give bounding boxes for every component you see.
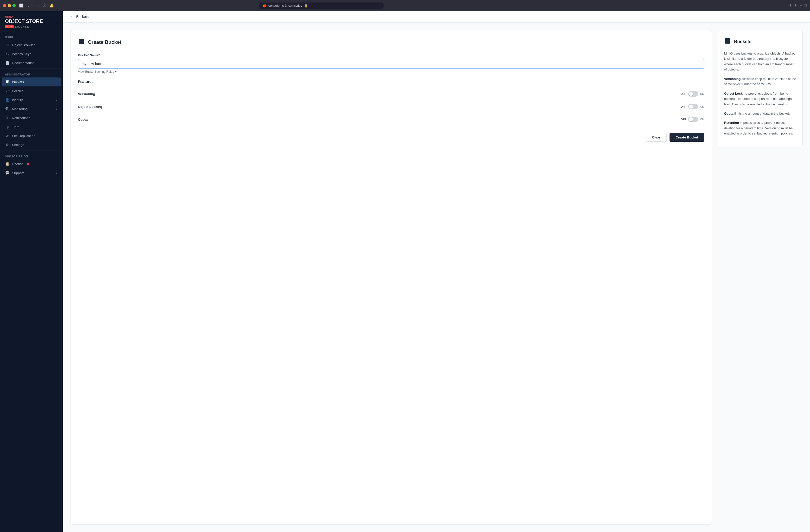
close-button[interactable] <box>3 4 6 7</box>
download-icon[interactable]: ⬇ <box>789 3 792 8</box>
sidebar-item-label: License <box>12 162 24 166</box>
sidebar-item-notifications[interactable]: λ Notifications <box>0 113 63 122</box>
sidebar-item-label: Identity <box>12 98 23 102</box>
quota-toggle-thumb <box>689 117 693 121</box>
sidebar-item-buckets[interactable]: Buckets <box>2 78 61 86</box>
svg-rect-1 <box>6 81 9 83</box>
license-text: LICENSE <box>15 26 29 28</box>
bucket-name-input[interactable] <box>78 59 704 68</box>
info-versioning: Versioning allows to keep multiple versi… <box>724 76 796 87</box>
notifications-icon: λ <box>5 116 10 120</box>
sidebar-item-site-replication[interactable]: ⟳ Site Replication <box>0 131 63 140</box>
sidebar-item-policies[interactable]: 🛡 Policies <box>0 86 63 95</box>
info-panel-title: Buckets <box>734 39 751 44</box>
sidebar-item-object-browser[interactable]: ⊞ Object Browser <box>0 41 63 49</box>
minimize-button[interactable] <box>8 4 11 7</box>
license-badge-dot <box>27 163 29 165</box>
quota-toggle[interactable] <box>688 116 698 122</box>
settings-icon: ⚙ <box>5 143 10 147</box>
svg-rect-8 <box>725 39 730 40</box>
browser-nav-controls: ⬜ ⌄ ‹ › ⓘ 🔔 <box>18 3 55 8</box>
subscription-section-label: Subscription <box>0 151 63 159</box>
quota-row: Quota OFF ON <box>78 113 704 126</box>
logo-min: MIN <box>5 15 10 18</box>
sidebar-item-label: Object Browser <box>12 43 35 47</box>
url-text: console.ns-3.ic.min.dev <box>269 4 302 7</box>
back-arrow-icon[interactable]: ← <box>70 14 74 19</box>
features-title: Features <box>78 79 704 84</box>
object-locking-row: Object Locking OFF ON <box>78 100 704 113</box>
versioning-info-title: Versioning <box>724 77 741 81</box>
logo-object: OBJECT <box>5 18 26 24</box>
sidebar-item-identity[interactable]: 👤 Identity ▶ <box>0 95 63 104</box>
view-naming-rules-button[interactable]: View Bucket Naming Rules ▾ <box>78 70 704 74</box>
sidebar-item-label: Documentation <box>12 61 35 65</box>
maximize-button[interactable] <box>13 4 16 7</box>
create-bucket-button[interactable]: Create Bucket <box>669 133 704 142</box>
versioning-off-label: OFF <box>681 92 686 95</box>
sidebar-item-settings[interactable]: ⚙ Settings <box>0 140 63 149</box>
info-panel-header: Buckets <box>724 37 796 46</box>
clear-button[interactable]: Clear <box>646 133 666 142</box>
user-section-label: User <box>0 32 63 41</box>
logo-io: IO <box>10 15 13 18</box>
object-locking-toggle[interactable] <box>688 104 698 109</box>
license-icon: 📋 <box>5 162 10 166</box>
content-area: Create Bucket Bucket Name* View Bucket N… <box>63 23 810 532</box>
info-panel-icon <box>724 37 731 46</box>
versioning-toggle-thumb <box>689 92 693 96</box>
breadcrumb-bar: ← Buckets <box>63 11 810 23</box>
sidebar-item-label: Tiers <box>12 125 19 129</box>
sidebar-item-label: Site Replication <box>12 134 35 138</box>
quota-on-label: ON <box>700 118 704 121</box>
sidebar-divider-1 <box>0 68 63 68</box>
quota-off-label: OFF <box>681 118 686 121</box>
app-window: MINIO OBJECT STORE AGPL LICENSE User ⊞ O… <box>0 11 810 532</box>
sidebar-item-label: Policies <box>12 89 24 93</box>
versioning-toggle[interactable] <box>688 91 698 97</box>
sidebar-item-support[interactable]: 💬 Support ▶ <box>0 168 63 177</box>
admin-section-label: Administrator <box>0 69 63 78</box>
object-locking-on-label: ON <box>700 105 704 108</box>
nav-chevron-icon[interactable]: ⌄ <box>26 3 31 8</box>
chevron-down-icon: ▾ <box>115 70 117 74</box>
identity-chevron-icon: ▶ <box>56 99 58 101</box>
back-icon[interactable]: ‹ <box>32 3 36 8</box>
sidebar-item-license[interactable]: 📋 License <box>0 159 63 168</box>
sidebar-item-label: Monitoring <box>12 107 28 111</box>
create-bucket-icon <box>78 38 85 46</box>
site-icon: 🍎 <box>262 4 266 7</box>
main-content: ← Buckets Create Bucket Buc <box>63 11 810 532</box>
info-panel: Buckets MinIO uses buckets to organize o… <box>718 30 803 147</box>
view-naming-rules-text: View Bucket Naming Rules <box>78 70 114 74</box>
sidebar-toggle-icon[interactable]: ⬜ <box>18 3 25 8</box>
sidebar-item-access-keys[interactable]: 🗝 Access Keys <box>0 49 63 58</box>
browser-right-controls: ⬇ ⬆ ＋ ⧉ <box>789 3 807 8</box>
versioning-toggle-group: OFF ON <box>681 91 704 97</box>
sidebar-item-label: Buckets <box>12 80 24 84</box>
object-locking-info-title: Object Locking <box>724 92 747 95</box>
sidebar-item-monitoring[interactable]: 🔍 Monitoring ▶ <box>0 104 63 113</box>
info-object-locking: Object Locking prevents objects from bei… <box>724 91 796 107</box>
sidebar-item-documentation[interactable]: 📄 Documentation <box>0 58 63 67</box>
site-replication-icon: ⟳ <box>5 133 10 138</box>
sidebar-item-tiers[interactable]: ◎ Tiers <box>0 122 63 131</box>
svg-rect-7 <box>725 39 730 44</box>
bucket-name-label: Bucket Name* <box>78 53 704 57</box>
versioning-label: Versioning <box>78 92 681 96</box>
svg-rect-2 <box>6 81 9 81</box>
new-tab-icon[interactable]: ＋ <box>799 3 803 8</box>
notification-icon[interactable]: 🔔 <box>49 3 55 8</box>
sidebar-item-label: Access Keys <box>12 52 31 56</box>
sidebar-item-label: Support <box>12 171 24 175</box>
object-locking-label: Object Locking <box>78 105 681 109</box>
forward-icon[interactable]: › <box>37 3 40 8</box>
create-bucket-form: Create Bucket Bucket Name* View Bucket N… <box>70 30 712 525</box>
info-icon[interactable]: ⓘ <box>42 3 47 8</box>
address-bar[interactable]: 🍎 console.ns-3.ic.min.dev 🔒 <box>259 2 384 9</box>
tabs-icon[interactable]: ⧉ <box>805 3 807 8</box>
sidebar-item-label: Settings <box>12 143 24 147</box>
versioning-on-label: ON <box>700 92 704 95</box>
share-icon[interactable]: ⬆ <box>794 3 797 8</box>
retention-info-title: Retention <box>724 121 739 125</box>
